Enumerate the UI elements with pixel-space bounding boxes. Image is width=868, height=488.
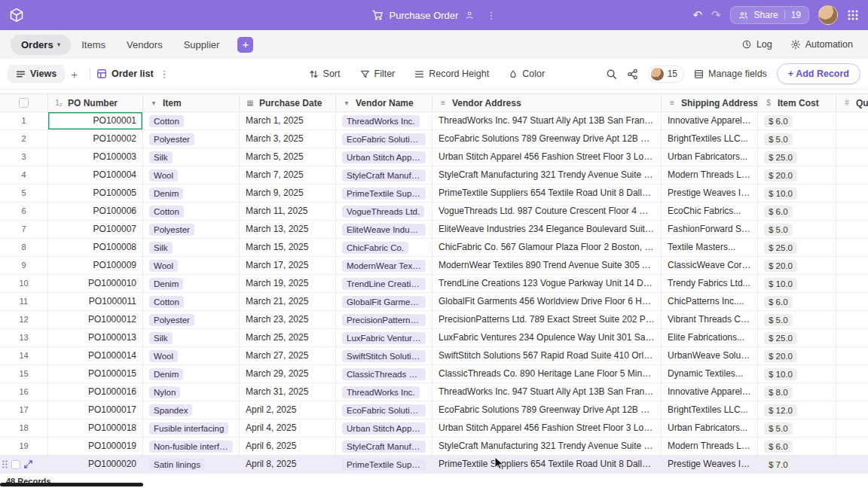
item-cost-cell[interactable]: $ 25.0 (758, 148, 836, 166)
vendor-name-cell[interactable]: EcoFabric Solutions (336, 130, 432, 148)
vendor-name-cell[interactable]: VogueThreads Ltd. (336, 203, 432, 220)
row-number-cell[interactable]: 18 (0, 419, 48, 437)
purchase-date-cell[interactable]: March 31, 2025 (240, 383, 336, 401)
po-number-cell[interactable]: PO1000013 (48, 329, 143, 346)
purchase-date-cell[interactable]: March 27, 2025 (240, 347, 336, 364)
item-cell[interactable]: Polyester (143, 130, 240, 148)
current-view[interactable]: Order list (96, 69, 154, 79)
item-cost-cell[interactable]: $ 6.0 (758, 438, 836, 455)
user-avatar[interactable] (818, 5, 838, 25)
collaborator-icon[interactable] (464, 11, 474, 20)
shipping-address-cell[interactable]: Vibrant Threads Co.... (662, 311, 758, 328)
quantity-cell[interactable] (836, 257, 868, 274)
item-cell[interactable]: Silk (143, 239, 240, 256)
item-cost-cell[interactable]: $ 10.0 (758, 365, 836, 383)
table-row[interactable]: 1 PO100001 Cotton March 1, 2025 ThreadWo… (0, 112, 868, 130)
item-cell[interactable]: Wool (143, 347, 240, 364)
more-options-icon[interactable]: ⋮ (486, 10, 496, 21)
table-row[interactable]: 11 PO1000011 Cotton March 21, 2025 Globa… (0, 293, 868, 311)
add-record-button[interactable]: + Add Record (777, 63, 860, 84)
shipping-address-cell[interactable]: Innovative Apparel Co.... (662, 112, 758, 130)
table-row[interactable]: 7 PO100007 Polyester March 13, 2025 Elit… (0, 221, 868, 239)
app-logo-cube-icon[interactable] (9, 8, 24, 23)
po-number-cell[interactable]: PO100006 (48, 203, 143, 220)
po-number-cell[interactable]: PO100002 (48, 130, 143, 148)
shipping-address-cell[interactable]: EcoChic Fabrics... (662, 203, 758, 220)
purchase-date-cell[interactable]: March 21, 2025 (240, 293, 336, 310)
item-cost-cell[interactable]: $ 20.0 (758, 347, 836, 364)
po-number-cell[interactable]: PO1000017 (48, 401, 143, 419)
drag-handle-icon[interactable] (2, 460, 8, 468)
column-header-vendor-name[interactable]: ▾Vendor Name (336, 94, 432, 111)
item-cell[interactable]: Cotton (143, 203, 240, 220)
vendor-name-cell[interactable]: GlobalFit Garments (336, 293, 432, 310)
log-button[interactable]: Log (741, 39, 772, 50)
purchase-date-cell[interactable]: March 11, 2025 (240, 203, 336, 220)
quantity-cell[interactable] (836, 112, 868, 130)
purchase-date-cell[interactable]: March 19, 2025 (240, 275, 336, 292)
po-number-cell[interactable]: PO1000018 (48, 419, 143, 437)
row-number-cell[interactable]: 3 (0, 148, 48, 166)
quantity-cell[interactable] (836, 130, 868, 148)
po-number-cell[interactable]: PO1000019 (48, 438, 143, 455)
vendor-address-cell[interactable]: ClassicThreads Co. 890 Heritage Lane Flo… (432, 365, 662, 383)
item-cost-cell[interactable]: $ 5.0 (758, 221, 836, 238)
vendor-address-cell[interactable]: PrecisionPatterns Ltd. 789 Exact Street … (432, 311, 662, 328)
row-number-cell[interactable]: 19 (0, 438, 48, 455)
item-cost-cell[interactable]: $ 10.0 (758, 185, 836, 202)
quantity-cell[interactable] (836, 401, 868, 419)
item-cost-cell[interactable]: $ 6.0 (758, 203, 836, 220)
tab-supplier[interactable]: Supplier (173, 35, 231, 55)
item-cell[interactable]: Cotton (143, 112, 240, 130)
vendor-address-cell[interactable]: TrendLine Creations 123 Vogue Parkway Un… (432, 275, 662, 292)
add-table-button[interactable]: + (237, 37, 253, 53)
shipping-address-cell[interactable]: Trendy Fabrics Ltd... (662, 275, 758, 292)
shipping-address-cell[interactable]: BrightTextiles LLC... (662, 130, 758, 148)
shipping-address-cell[interactable]: FashionForward Supply... (662, 221, 758, 238)
item-cost-cell[interactable]: $ 25.0 (758, 239, 836, 256)
row-number-cell[interactable]: 8 (0, 239, 48, 256)
table-row[interactable]: 3 PO100003 Silk March 5, 2025 Urban Stit… (0, 148, 868, 166)
row-number-cell[interactable]: 5 (0, 185, 48, 202)
purchase-date-cell[interactable]: March 1, 2025 (240, 112, 336, 130)
shipping-address-cell[interactable]: Urban Fabricators... (662, 148, 758, 166)
vendor-name-cell[interactable]: ClassicThreads Co. (336, 365, 432, 383)
add-view-button[interactable]: + (71, 68, 78, 81)
purchase-date-cell[interactable]: March 7, 2025 (240, 166, 336, 184)
tab-items[interactable]: Items (71, 35, 116, 55)
purchase-date-cell[interactable]: March 23, 2025 (240, 311, 336, 328)
po-number-cell[interactable]: PO1000011 (48, 293, 143, 310)
expand-row-icon[interactable] (24, 460, 32, 468)
item-cell[interactable]: Nylon (143, 383, 240, 401)
vendor-address-cell[interactable]: LuxFabric Ventures 234 Opulence Way Unit… (432, 329, 662, 346)
quantity-cell[interactable] (836, 383, 868, 401)
shipping-address-cell[interactable]: Elite Fabrications... (662, 329, 758, 346)
shipping-address-cell[interactable]: ClassicWeave Corp... (662, 257, 758, 274)
purchase-date-cell[interactable]: April 6, 2025 (240, 438, 336, 455)
vendor-address-cell[interactable]: EcoFabric Solutions 789 Greenway Drive A… (432, 130, 662, 148)
column-header-purchase-date[interactable]: ▦Purchase Date (240, 94, 336, 111)
horizontal-scrollbar[interactable] (0, 483, 143, 486)
item-cell[interactable]: Denim (143, 275, 240, 292)
vendor-address-cell[interactable]: PrimeTextile Suppliers 654 Textile Road … (432, 185, 662, 202)
shipping-address-cell[interactable]: BrightTextiles LLC... (662, 401, 758, 419)
column-header-item[interactable]: ▾Item (143, 94, 240, 111)
table-row[interactable]: 16 PO1000016 Nylon March 31, 2025 Thread… (0, 383, 868, 401)
vendor-address-cell[interactable]: ThreadWorks Inc. 947 Stuart Ally Apt 13B… (432, 112, 662, 130)
quantity-cell[interactable] (836, 148, 868, 166)
po-number-cell[interactable]: PO100008 (48, 239, 143, 256)
item-cell[interactable]: Denim (143, 185, 240, 202)
row-number-cell[interactable]: 14 (0, 347, 48, 364)
vendor-address-cell[interactable]: StyleCraft Manufacturing 321 Trendy Aven… (432, 166, 662, 184)
purchase-date-cell[interactable]: April 2, 2025 (240, 401, 336, 419)
column-header-item-cost[interactable]: $Item Cost (758, 94, 836, 111)
po-number-cell[interactable]: PO1000020 (48, 456, 143, 473)
vendor-address-cell[interactable]: Urban Stitch Apparel 456 Fashion Street … (432, 419, 662, 437)
row-number-cell[interactable]: 16 (0, 383, 48, 401)
shipping-address-cell[interactable]: Prestige Weaves Inc.... (662, 185, 758, 202)
item-cell[interactable]: Spandex (143, 401, 240, 419)
vendor-name-cell[interactable]: ModernWear Textiles (336, 257, 432, 274)
item-cost-cell[interactable]: $ 7.0 (758, 456, 836, 473)
quantity-cell[interactable] (836, 166, 868, 184)
item-cell[interactable]: Denim (143, 365, 240, 383)
